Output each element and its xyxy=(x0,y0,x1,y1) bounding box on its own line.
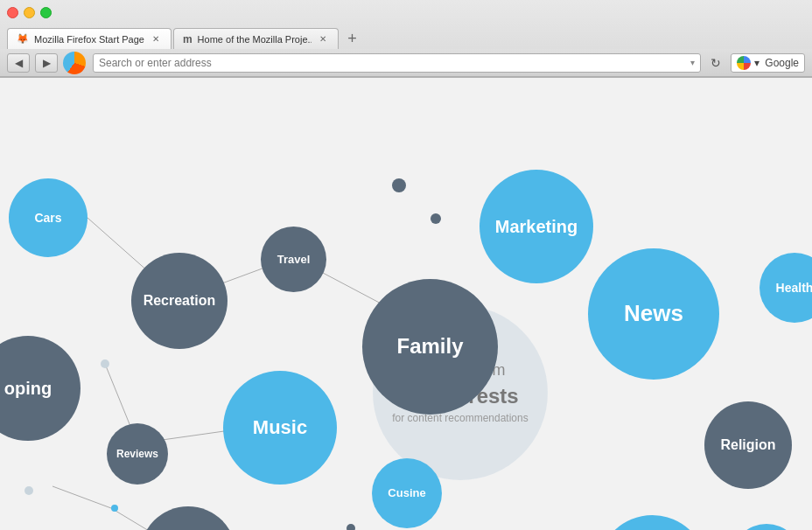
bubble-recreation-label: Recreation xyxy=(138,287,221,314)
bubble-shopping-label: oping xyxy=(0,373,57,404)
bubble-music[interactable]: Music xyxy=(223,371,337,485)
bubble-religion[interactable]: Religion xyxy=(704,401,792,489)
bubble-news[interactable]: News xyxy=(588,248,719,380)
bubble-marketing[interactable]: Marketing xyxy=(480,170,593,283)
bubble-travel[interactable]: Travel xyxy=(261,227,326,292)
bubble-mens-fashion[interactable]: Men's Fashion xyxy=(732,524,802,530)
google-icon xyxy=(737,56,751,70)
tab-2[interactable]: m Home of the Mozilla Proje... ✕ xyxy=(173,28,339,49)
bubble-dot1[interactable] xyxy=(392,178,406,192)
minimize-button[interactable] xyxy=(24,7,35,18)
dropdown-arrow: ▾ xyxy=(690,58,695,67)
bubble-religion-label: Religion xyxy=(715,431,780,458)
bubble-photography[interactable]: Photography xyxy=(140,506,236,530)
bubble-dot6[interactable] xyxy=(346,524,355,530)
bubble-reviews[interactable]: Reviews xyxy=(107,423,168,485)
back-button[interactable]: ◀ xyxy=(7,53,30,73)
tab-1[interactable]: 🦊 Mozilla Firefox Start Page ✕ xyxy=(7,28,172,49)
tab-1-close[interactable]: ✕ xyxy=(150,33,162,45)
google-label: ▾ xyxy=(754,57,760,69)
bubble-reviews-label: Reviews xyxy=(111,443,164,465)
maximize-button[interactable] xyxy=(40,7,52,18)
browser-chrome: 🦊 Mozilla Firefox Start Page ✕ m Home of… xyxy=(0,0,812,78)
close-button[interactable] xyxy=(7,7,18,18)
google-name: Google xyxy=(765,57,799,69)
bubble-health[interactable]: Health xyxy=(760,253,812,323)
bubble-cuisine-label: Cusine xyxy=(382,481,430,506)
bubble-news-label: News xyxy=(619,295,689,332)
bubble-dot3[interactable] xyxy=(101,359,109,368)
bubble-marketing-label: Marketing xyxy=(490,211,583,242)
svg-line-6 xyxy=(52,486,111,508)
address-input[interactable] xyxy=(99,57,687,69)
bubble-recreation[interactable]: Recreation xyxy=(131,253,228,349)
tab-2-label: Home of the Mozilla Proje... xyxy=(198,34,312,45)
bubble-dot5[interactable] xyxy=(24,486,33,495)
nav-bar: ◀ ▶ ▾ ↻ ▾ Google xyxy=(0,49,812,77)
bubble-family-label: Family xyxy=(391,329,468,365)
refresh-button[interactable]: ↻ xyxy=(706,53,725,73)
bubble-education[interactable]: Education xyxy=(598,515,707,530)
bubble-family[interactable]: Family xyxy=(362,279,498,415)
title-bar xyxy=(0,0,812,24)
tab-bar: 🦊 Mozilla Firefox Start Page ✕ m Home of… xyxy=(0,24,812,49)
bubble-shopping[interactable]: oping xyxy=(0,336,80,441)
google-search[interactable]: ▾ Google xyxy=(731,53,805,73)
new-tab-button[interactable]: + xyxy=(342,28,363,49)
address-bar[interactable]: ▾ xyxy=(93,53,701,73)
bubble-health-label: Health xyxy=(771,275,812,301)
bubble-cars[interactable]: Cars xyxy=(9,178,88,257)
choose-line3: for content recommendations xyxy=(392,411,528,426)
firefox-icon xyxy=(63,52,86,74)
tab-favicon: 🦊 xyxy=(17,33,29,45)
bubble-music-label: Music xyxy=(248,411,312,444)
bubble-cars-label: Cars xyxy=(29,206,66,231)
bubble-dot2[interactable] xyxy=(430,213,441,224)
tab-2-close[interactable]: ✕ xyxy=(317,33,329,45)
tab-1-label: Mozilla Firefox Start Page xyxy=(34,34,144,45)
bubble-cuisine[interactable]: Cusine xyxy=(372,458,442,528)
bubble-travel-label: Travel xyxy=(272,248,316,272)
forward-button[interactable]: ▶ xyxy=(35,53,58,73)
bubble-dot4[interactable] xyxy=(111,505,118,512)
page-content: Choose from 59 interests for content rec… xyxy=(0,78,812,530)
tab-2-favicon: m xyxy=(183,33,192,45)
